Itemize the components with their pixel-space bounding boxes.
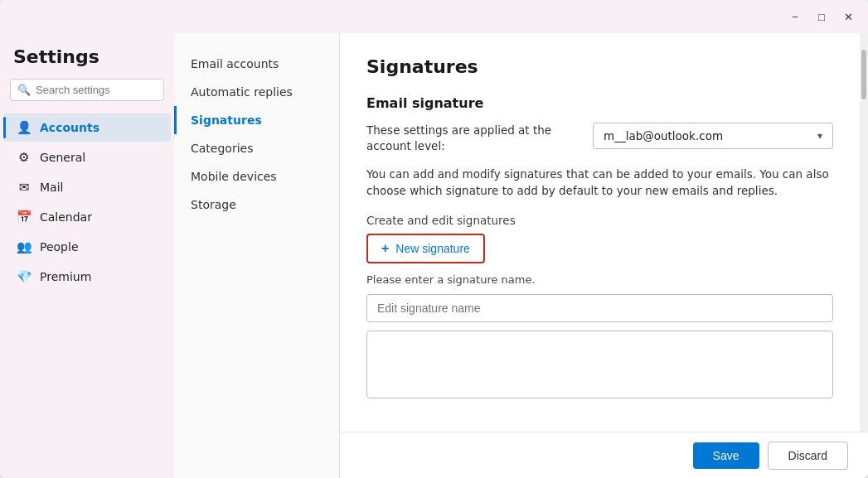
app-body: Settings 🔍 👤 Accounts ⚙ General ✉ Mail 📅… bbox=[0, 33, 868, 478]
save-button[interactable]: Save bbox=[693, 442, 759, 469]
middle-nav: Email accounts Automatic replies Signatu… bbox=[174, 33, 340, 478]
hint-text: Please enter a signature name. bbox=[366, 273, 833, 286]
sidebar-item-label-calendar: Calendar bbox=[40, 210, 92, 224]
account-row: These settings are applied at the accoun… bbox=[366, 123, 833, 154]
sidebar-item-accounts[interactable]: 👤 Accounts bbox=[3, 113, 171, 142]
nav-mobile-devices[interactable]: Mobile devices bbox=[174, 162, 339, 191]
chevron-down-icon: ▾ bbox=[817, 130, 822, 142]
new-signature-button[interactable]: + New signature bbox=[366, 234, 485, 263]
nav-automatic-replies[interactable]: Automatic replies bbox=[174, 78, 339, 106]
sidebar-item-label-premium: Premium bbox=[40, 270, 91, 283]
description-text: You can add and modify signatures that c… bbox=[366, 166, 833, 200]
page-title: Signatures bbox=[366, 56, 833, 77]
sidebar: Settings 🔍 👤 Accounts ⚙ General ✉ Mail 📅… bbox=[0, 33, 174, 478]
email-signature-title: Email signature bbox=[366, 95, 833, 111]
title-bar: − □ ✕ bbox=[0, 0, 868, 33]
nav-signatures[interactable]: Signatures bbox=[174, 106, 339, 134]
scrollbar-track[interactable] bbox=[860, 33, 868, 432]
footer: Save Discard bbox=[340, 432, 868, 478]
main-content: Signatures Email signature These setting… bbox=[340, 33, 868, 478]
sidebar-title: Settings bbox=[0, 46, 174, 79]
general-icon: ⚙ bbox=[17, 150, 32, 165]
sidebar-item-label-general: General bbox=[40, 151, 85, 164]
main-scroll-area: Signatures Email signature These setting… bbox=[340, 33, 860, 432]
account-select[interactable]: m__lab@outlook.com ▾ bbox=[593, 123, 833, 149]
calendar-icon: 📅 bbox=[17, 210, 32, 225]
account-value: m__lab@outlook.com bbox=[604, 129, 723, 142]
account-label: These settings are applied at the accoun… bbox=[366, 123, 579, 154]
sidebar-item-label-people: People bbox=[40, 240, 79, 253]
plus-icon: + bbox=[381, 241, 389, 256]
accounts-icon: 👤 bbox=[17, 120, 32, 135]
nav-storage[interactable]: Storage bbox=[174, 191, 339, 219]
mail-icon: ✉ bbox=[17, 180, 32, 195]
search-box[interactable]: 🔍 bbox=[10, 79, 164, 101]
sidebar-item-premium[interactable]: 💎 Premium bbox=[3, 263, 171, 291]
new-signature-label: New signature bbox=[395, 242, 470, 255]
close-button[interactable]: ✕ bbox=[835, 5, 861, 28]
premium-icon: 💎 bbox=[17, 269, 32, 284]
discard-button[interactable]: Discard bbox=[768, 442, 848, 470]
nav-categories[interactable]: Categories bbox=[174, 134, 339, 162]
search-icon: 🔍 bbox=[17, 84, 31, 96]
sidebar-item-label-mail: Mail bbox=[40, 181, 63, 194]
maximize-button[interactable]: □ bbox=[808, 5, 835, 28]
scrollbar-thumb[interactable] bbox=[861, 50, 866, 99]
sidebar-item-general[interactable]: ⚙ General bbox=[3, 143, 171, 171]
sidebar-item-people[interactable]: 👥 People bbox=[3, 233, 171, 261]
sidebar-item-calendar[interactable]: 📅 Calendar bbox=[3, 203, 171, 231]
sidebar-item-label-accounts: Accounts bbox=[40, 121, 99, 134]
signature-body-textarea[interactable] bbox=[366, 331, 833, 398]
create-label: Create and edit signatures bbox=[366, 214, 833, 227]
people-icon: 👥 bbox=[17, 239, 32, 254]
search-input[interactable] bbox=[36, 84, 157, 96]
minimize-button[interactable]: − bbox=[782, 5, 808, 28]
sidebar-item-mail[interactable]: ✉ Mail bbox=[3, 173, 171, 201]
nav-email-accounts[interactable]: Email accounts bbox=[174, 50, 339, 78]
app-window: − □ ✕ Settings 🔍 👤 Accounts ⚙ General ✉ … bbox=[0, 0, 868, 478]
signature-name-input[interactable] bbox=[366, 294, 833, 322]
